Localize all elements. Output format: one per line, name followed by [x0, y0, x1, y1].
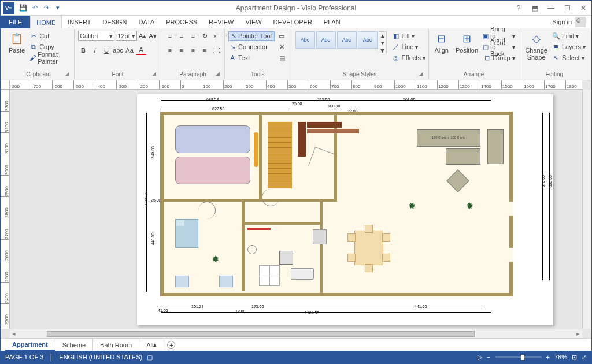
pillar-shape[interactable] [254, 132, 258, 167]
font-size-select[interactable]: 12pt.▾ [116, 31, 136, 41]
font-family-select[interactable]: Calibri▾ [78, 31, 114, 41]
sofa-shape[interactable] [446, 148, 480, 165]
position-button[interactable]: ⊞Position [453, 31, 480, 55]
chair-shape[interactable] [365, 225, 373, 233]
effects-button[interactable]: ◎Effects ▾ [392, 53, 426, 63]
page-indicator[interactable]: PAGE 1 OF 3 [5, 354, 43, 361]
door-shape[interactable] [198, 202, 216, 219]
window-shape[interactable] [509, 202, 513, 216]
find-button[interactable]: 🔍Find ▾ [552, 31, 586, 41]
horizontal-scrollbar[interactable]: ◂ ▸ [10, 329, 582, 338]
scroll-left-icon[interactable]: ◂ [10, 330, 18, 337]
interior-wall[interactable] [242, 222, 323, 225]
save-icon[interactable]: 💾 [18, 3, 28, 13]
qat-dropdown-icon[interactable]: ▾ [53, 3, 63, 13]
macro-record-icon[interactable]: ▢ [147, 354, 153, 361]
interior-wall[interactable] [320, 202, 323, 294]
ottoman-shape[interactable] [446, 169, 469, 192]
pointer-tool-button[interactable]: ↖Pointer Tool [228, 31, 275, 41]
chair-shape[interactable] [365, 264, 373, 272]
scrollbar-thumb[interactable] [47, 331, 475, 337]
style-swatch[interactable]: Abc [295, 31, 315, 49]
signin-link[interactable]: Sign in ☺ [546, 16, 591, 28]
ribbon-collapse-icon[interactable]: ⬒ [527, 2, 543, 14]
sink-shape[interactable] [291, 268, 314, 280]
tab-process[interactable]: PROCESS [160, 16, 203, 28]
strike-button[interactable]: abc [113, 45, 123, 55]
align-center-button[interactable]: ≡ [176, 45, 187, 55]
stove-shape[interactable] [279, 251, 293, 265]
zoom-level[interactable]: 78% [554, 354, 567, 361]
text-tool-button[interactable]: AText▤ [228, 53, 287, 63]
shelf-shape[interactable] [307, 122, 342, 128]
dialog-launcher-icon[interactable]: ◢ [418, 70, 425, 77]
shrink-font-button[interactable]: A▾ [148, 31, 157, 41]
interior-wall[interactable] [242, 202, 245, 291]
staircase-shape[interactable] [268, 122, 292, 188]
minimize-icon[interactable]: ― [543, 2, 559, 14]
toilet-shape[interactable] [247, 245, 257, 254]
sofa-shape[interactable]: 160.0 cm. x 100.0 cm. [417, 129, 480, 147]
line-button[interactable]: ／Line ▾ [392, 42, 426, 52]
car-shape[interactable] [175, 157, 250, 184]
underline-button[interactable]: U [101, 45, 112, 55]
dialog-launcher-icon[interactable]: ◢ [150, 70, 157, 77]
zoom-in-button[interactable]: + [546, 354, 550, 361]
tab-design[interactable]: DESIGN [97, 16, 132, 28]
shelf-shape[interactable] [307, 129, 359, 133]
dialog-launcher-icon[interactable]: ◢ [214, 70, 221, 77]
send-back-button[interactable]: ▢Send to Back ▾ [483, 42, 515, 52]
style-swatch[interactable]: Abc [337, 31, 357, 49]
page-tab[interactable]: Scheme [56, 339, 93, 351]
gallery-more-icon[interactable]: ▼ [379, 47, 386, 54]
tab-review[interactable]: REVIEW [203, 16, 239, 28]
select-button[interactable]: ↖Select ▾ [552, 53, 586, 63]
nightstand-shape[interactable] [219, 276, 233, 287]
fit-page-icon[interactable]: ⊡ [572, 354, 577, 361]
fill-button[interactable]: ◧Fill ▾ [392, 31, 426, 41]
plant-shape[interactable]: ✹ [406, 200, 417, 211]
undo-icon[interactable]: ↶ [29, 3, 40, 13]
counter-shape[interactable] [247, 228, 271, 230]
page-tab[interactable]: Appartment [5, 339, 56, 351]
plant-shape[interactable]: ✹ [464, 200, 475, 211]
scroll-right-icon[interactable]: ▸ [574, 330, 582, 337]
font-color-button[interactable]: A [136, 45, 146, 55]
exterior-walls[interactable]: 160.0 cm. x 100.0 cm. ✹ ✹ [160, 112, 513, 296]
format-painter-button[interactable]: 🖌Format Painter [29, 53, 71, 63]
vertical-scrollbar[interactable] [582, 90, 591, 329]
gallery-up-icon[interactable]: ▴ [379, 32, 386, 39]
dialog-launcher-icon[interactable]: ◢ [64, 70, 71, 77]
case-button[interactable]: Aa [124, 45, 135, 55]
interior-wall[interactable] [259, 115, 262, 199]
nightstand-shape[interactable] [175, 276, 189, 287]
sofa-shape[interactable] [487, 129, 504, 164]
door-arc[interactable] [308, 147, 334, 173]
gallery-down-icon[interactable]: ▾ [379, 39, 386, 47]
chair-shape[interactable] [347, 254, 356, 262]
interior-wall[interactable] [334, 115, 337, 202]
pillow-shape[interactable] [176, 220, 184, 226]
page-tab[interactable]: Bath Room [93, 339, 139, 351]
counter-shape[interactable] [259, 265, 280, 286]
car-shape[interactable] [175, 125, 250, 153]
tab-insert[interactable]: INSERT [62, 16, 97, 28]
door-shape[interactable] [262, 189, 279, 206]
floor-plan[interactable]: 688.53 75.00 215.00 561.00 622.50 100.00… [154, 106, 536, 308]
tab-file[interactable]: FILE [1, 16, 30, 28]
cut-button[interactable]: ✂Cut [29, 31, 71, 41]
align-bot-button[interactable]: ≡ [188, 31, 198, 41]
italic-button[interactable]: I [90, 45, 100, 55]
language-indicator[interactable]: ENGLISH (UNITED STATES) [59, 354, 142, 361]
justify-button[interactable]: ≡ [199, 45, 210, 55]
shape-style-gallery[interactable]: Abc Abc Abc Abc ▴▾▼ [295, 31, 387, 55]
ink-icon[interactable]: ▤ [277, 53, 287, 63]
align-mid-button[interactable]: ≡ [176, 31, 187, 41]
bullets-button[interactable]: ⋮⋮ [211, 45, 221, 55]
add-page-button[interactable]: + [164, 339, 178, 351]
layers-button[interactable]: ≣Layers ▾ [552, 42, 586, 52]
help-icon[interactable]: ? [510, 2, 527, 14]
fridge-shape[interactable] [313, 229, 327, 244]
window-shape[interactable] [509, 248, 513, 262]
presentation-mode-icon[interactable]: ▷ [478, 354, 482, 361]
